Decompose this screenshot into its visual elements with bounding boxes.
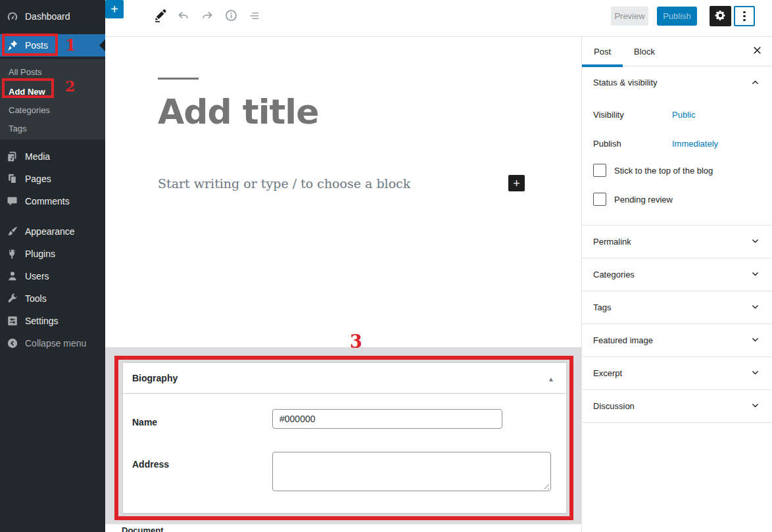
expand-panel-button[interactable] (747, 234, 763, 250)
chevron-down-icon (751, 270, 760, 280)
settings-toggle-button[interactable] (710, 6, 731, 26)
info-icon (224, 9, 238, 24)
sidebar-item-label: Users (25, 271, 49, 281)
more-options-button[interactable] (734, 6, 755, 26)
sidebar-item-pages[interactable]: Pages (0, 168, 105, 190)
empty-paragraph-block: Start writing or type / to choose a bloc… (158, 172, 526, 196)
close-sidebar-button[interactable] (747, 41, 767, 61)
redo-button[interactable] (197, 7, 217, 26)
appearance-icon (7, 226, 18, 237)
block-inserter-toggle-button[interactable]: + (105, 0, 124, 18)
settings-sidebar: Post Block Status & visibility Visibilit… (581, 37, 772, 532)
sidebar-item-label: Dashboard (25, 11, 70, 22)
gear-icon (714, 9, 727, 24)
expand-panel-button[interactable] (747, 333, 763, 349)
pending-review-checkbox[interactable] (593, 193, 606, 206)
undo-button[interactable] (174, 7, 193, 26)
admin-menu-sidebar: Dashboard Posts 1 All Posts Add New Cate… (0, 0, 105, 532)
chevron-down-icon (751, 302, 760, 313)
pending-review-checkbox-label: Pending review (614, 195, 673, 205)
biography-metabox-header[interactable]: Biography ▲ (123, 363, 566, 394)
panel-title: Categories (593, 270, 635, 279)
sticky-checkbox-label: Stick to the top of the blog (614, 166, 713, 176)
panel-title: Excerpt (593, 368, 622, 378)
post-title-input[interactable]: Add title (158, 92, 526, 132)
panel-tags[interactable]: Tags (582, 291, 772, 324)
sidebar-item-label: Settings (25, 316, 59, 326)
settings-tabs-row: Post Block (582, 37, 772, 66)
submenu-item-categories[interactable]: Categories (0, 103, 105, 118)
sidebar-item-tools[interactable]: Tools (0, 287, 105, 310)
preview-button[interactable]: Preview (611, 7, 648, 26)
title-decoration-line (158, 78, 199, 80)
close-icon (752, 45, 763, 58)
pencil-icon (153, 9, 167, 24)
sidebar-item-appearance[interactable]: Appearance (0, 220, 105, 243)
sidebar-item-settings[interactable]: Settings (0, 310, 105, 332)
publish-button[interactable]: Publish (657, 7, 697, 26)
publish-value-link[interactable]: Immediately (672, 139, 718, 149)
biography-metabox-title: Biography (132, 373, 178, 383)
pushpin-icon (7, 39, 18, 51)
content-structure-button[interactable] (221, 7, 241, 26)
expand-panel-button[interactable] (747, 267, 763, 283)
expand-panel-button[interactable] (747, 399, 763, 414)
ellipsis-dot (743, 11, 746, 14)
sidebar-item-plugins[interactable]: Plugins (0, 243, 105, 265)
media-icon (7, 151, 18, 162)
sticky-checkbox[interactable] (593, 164, 606, 177)
panel-discussion[interactable]: Discussion (582, 390, 772, 423)
sidebar-item-label: Posts (25, 40, 48, 51)
biography-metabox: Biography ▲ Name Address (122, 362, 567, 514)
sticky-checkbox-row: Stick to the top of the blog (593, 164, 713, 177)
add-block-button[interactable]: + (508, 175, 525, 191)
panel-title: Featured image (593, 335, 653, 345)
address-field-wrap (272, 452, 551, 491)
editor-header: + Preview Publish (105, 0, 772, 37)
submenu-item-tags[interactable]: Tags (0, 121, 105, 137)
plugins-icon (7, 248, 18, 260)
sidebar-item-label: Collapse menu (25, 338, 86, 349)
expand-panel-button[interactable] (747, 300, 763, 316)
sidebar-item-posts[interactable]: Posts (0, 34, 105, 57)
visibility-value-link[interactable]: Public (672, 110, 695, 120)
expand-panel-button[interactable] (747, 366, 763, 381)
panel-featured-image[interactable]: Featured image (582, 324, 772, 357)
edit-tool-button[interactable] (150, 7, 170, 26)
submenu-item-add-new[interactable]: Add New (0, 83, 105, 101)
metabox-collapse-toggle[interactable]: ▲ (544, 372, 558, 386)
chevron-down-icon (751, 401, 760, 412)
collapse-panel-button[interactable] (747, 76, 763, 91)
sidebar-item-label: Pages (25, 174, 51, 184)
tab-block[interactable]: Block (623, 37, 666, 66)
sidebar-item-users[interactable]: Users (0, 265, 105, 287)
paragraph-placeholder[interactable]: Start writing or type / to choose a bloc… (158, 176, 410, 191)
settings-icon (7, 315, 18, 327)
tab-post[interactable]: Post (582, 37, 623, 66)
submenu-item-all-posts[interactable]: All Posts (0, 64, 105, 80)
undo-icon (177, 9, 190, 24)
panel-permalink[interactable]: Permalink (582, 226, 772, 258)
ellipsis-dot (743, 19, 746, 22)
panel-excerpt[interactable]: Excerpt (582, 357, 772, 390)
panel-categories[interactable]: Categories (582, 258, 772, 291)
sidebar-item-label: Tools (25, 293, 47, 304)
chevron-down-icon (751, 237, 760, 247)
collapse-icon (7, 337, 18, 349)
panel-title: Permalink (593, 237, 631, 247)
publish-label: Publish (593, 139, 621, 149)
panel-title: Tags (593, 302, 611, 312)
name-field-input[interactable] (272, 409, 502, 429)
sidebar-item-dashboard[interactable]: Dashboard (0, 5, 105, 28)
sidebar-item-comments[interactable]: Comments (0, 190, 105, 212)
editor-canvas: Add title Start writing or type / to cho… (105, 37, 581, 532)
chevron-down-icon (751, 368, 760, 379)
visibility-label: Visibility (593, 110, 624, 120)
list-view-button[interactable] (245, 7, 264, 26)
sidebar-item-collapse-menu[interactable]: Collapse menu (0, 332, 105, 354)
comments-icon (7, 195, 18, 207)
name-field-label: Name (132, 417, 157, 427)
address-field-textarea[interactable] (272, 452, 551, 491)
redo-icon (201, 9, 214, 24)
sidebar-item-media[interactable]: Media (0, 145, 105, 168)
